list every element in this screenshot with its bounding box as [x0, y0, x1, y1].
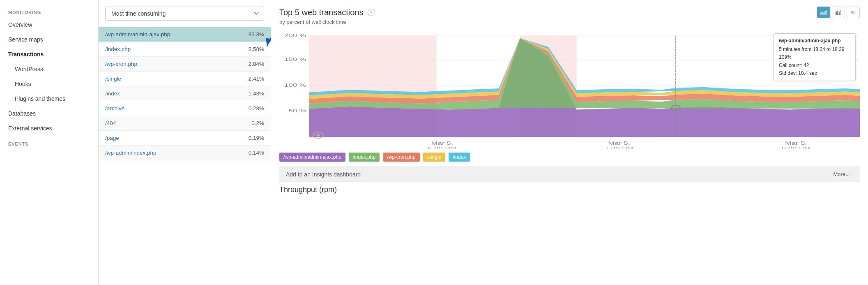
- transaction-name: /index.php: [105, 46, 239, 52]
- transaction-name: /404: [105, 120, 239, 126]
- svg-text:Mar 5,: Mar 5,: [431, 141, 453, 146]
- transaction-row[interactable]: /wp-admin/admin-ajax.php 83.3%: [99, 27, 271, 42]
- transaction-name: /index: [105, 90, 239, 97]
- svg-rect-2: [836, 12, 837, 15]
- sidebar-item-wordpress[interactable]: WordPress: [0, 62, 98, 76]
- transaction-row[interactable]: /single 2.41%: [99, 72, 271, 86]
- chart-svg: 200 % 150 % 100 % 50 %: [279, 29, 860, 148]
- transaction-pct: 0.19%: [239, 135, 264, 141]
- transaction-row[interactable]: /archive 0.28%: [99, 101, 271, 116]
- area-chart-icon: [820, 10, 827, 15]
- chart-subtitle: by percent of wall clock time: [279, 19, 860, 25]
- sidebar-item-service-maps[interactable]: Service maps: [0, 32, 98, 47]
- bar-chart-icon: [836, 10, 841, 15]
- legend-item-wp-cron[interactable]: /wp-cron.php: [383, 153, 419, 162]
- tooltip-call-count: Call count: 42: [779, 62, 850, 70]
- chart-title: Top 5 web transactions: [279, 8, 364, 17]
- svg-point-31: [316, 134, 320, 137]
- tooltip-time: 5 minutes from 18:34 to 18:39: [779, 46, 850, 53]
- transaction-pct: 0.14%: [239, 150, 264, 156]
- sidebar-item-external-services[interactable]: External services: [0, 121, 98, 136]
- transaction-pct: 0.28%: [239, 105, 264, 111]
- sidebar-item-transactions[interactable]: Transactions: [0, 47, 98, 62]
- dropdown-wrapper: Most time consuming: [99, 7, 271, 27]
- transaction-row[interactable]: /404 0.2%: [99, 116, 271, 131]
- svg-text:Mar 5,: Mar 5,: [785, 141, 807, 146]
- main-content: Most time consuming /wp-admin/admin-ajax…: [99, 0, 868, 285]
- chart-legend: /wp-admin/admin-ajax.php /index.php /wp-…: [279, 153, 860, 162]
- chart-tooltip: /wp-admin/admin-ajax.php 5 minutes from …: [774, 33, 856, 81]
- events-section-title: EVENTS: [0, 136, 98, 149]
- bottom-bar: Add to an Insights dashboard More...: [279, 166, 860, 182]
- chart-header: Top 5 web transactions ?: [279, 7, 860, 18]
- chart-container: 200 % 150 % 100 % 50 %: [279, 29, 860, 148]
- svg-text:100 %: 100 %: [284, 82, 306, 88]
- transaction-pct: 8.58%: [239, 46, 264, 52]
- svg-text:150 %: 150 %: [284, 57, 306, 62]
- sidebar-item-hooks[interactable]: Hooks: [0, 76, 98, 91]
- legend-item-index[interactable]: /index: [449, 153, 470, 162]
- svg-rect-5: [840, 10, 841, 15]
- transaction-pct: 83.3%: [239, 31, 264, 37]
- legend-item-admin-ajax[interactable]: /wp-admin/admin-ajax.php: [279, 153, 345, 162]
- monitoring-section-title: MONITORING: [0, 4, 98, 17]
- help-icon[interactable]: ?: [368, 9, 375, 16]
- sidebar-item-databases[interactable]: Databases: [0, 106, 98, 121]
- svg-rect-3: [837, 11, 838, 15]
- transaction-pct: 2.41%: [239, 76, 264, 82]
- transactions-list-panel: Most time consuming /wp-admin/admin-ajax…: [99, 0, 271, 285]
- more-button[interactable]: More...: [830, 169, 853, 179]
- chart-panel: Top 5 web transactions ?: [271, 0, 868, 285]
- legend-item-single[interactable]: /single: [423, 153, 446, 162]
- chart-bar-button[interactable]: [832, 7, 845, 18]
- svg-text:7:00 PM: 7:00 PM: [605, 146, 634, 148]
- svg-text:50 %: 50 %: [288, 108, 306, 113]
- chart-area-button[interactable]: [817, 7, 830, 18]
- transaction-name: /single: [105, 76, 239, 82]
- transaction-row[interactable]: /wp-cron.php 2.84%: [99, 57, 271, 72]
- transaction-row[interactable]: /page 0.19%: [99, 131, 271, 146]
- transaction-name: /wp-cron.php: [105, 61, 239, 67]
- svg-rect-4: [839, 12, 840, 15]
- legend-item-index-php[interactable]: /index.php: [349, 153, 380, 162]
- tooltip-title: /wp-admin/admin-ajax.php: [779, 37, 850, 45]
- sidebar-item-plugins-themes[interactable]: Plugins and themes: [0, 91, 98, 106]
- svg-text:5:00 PM: 5:00 PM: [428, 146, 457, 148]
- svg-text:Mar 5,: Mar 5,: [608, 141, 630, 146]
- tooltip-std-dev: Std dev: 10.4 sec: [779, 70, 850, 77]
- tooltip-value: 109%: [779, 53, 850, 61]
- svg-text:200 %: 200 %: [284, 33, 306, 38]
- transaction-name: /wp-admin/admin-ajax.php: [105, 31, 239, 37]
- svg-text:9:00 PM: 9:00 PM: [782, 146, 811, 148]
- sidebar-item-overview[interactable]: Overview: [0, 17, 98, 32]
- transaction-pct: 2.84%: [239, 61, 264, 67]
- transaction-pct: 0.2%: [239, 120, 264, 126]
- transaction-row[interactable]: /index.php 8.58%: [99, 42, 271, 57]
- sort-dropdown[interactable]: Most time consuming: [105, 7, 264, 21]
- transaction-row[interactable]: /wp-admin/index.php 0.14%: [99, 146, 271, 160]
- transaction-name: /archive: [105, 105, 239, 111]
- insights-dashboard-label: Add to an Insights dashboard: [286, 171, 830, 178]
- sidebar: MONITORING Overview Service maps Transac…: [0, 0, 99, 285]
- chart-percent-button[interactable]: %: [847, 7, 860, 18]
- percent-label: %: [851, 9, 856, 16]
- transaction-row[interactable]: /index 1.43%: [99, 86, 271, 101]
- throughput-title: Throughput (rpm): [279, 182, 860, 194]
- chart-toolbar: %: [817, 7, 860, 18]
- transaction-name: /page: [105, 135, 239, 141]
- transaction-name: /wp-admin/index.php: [105, 150, 239, 156]
- content-area: Most time consuming /wp-admin/admin-ajax…: [99, 0, 868, 285]
- transaction-pct: 1.43%: [239, 90, 264, 97]
